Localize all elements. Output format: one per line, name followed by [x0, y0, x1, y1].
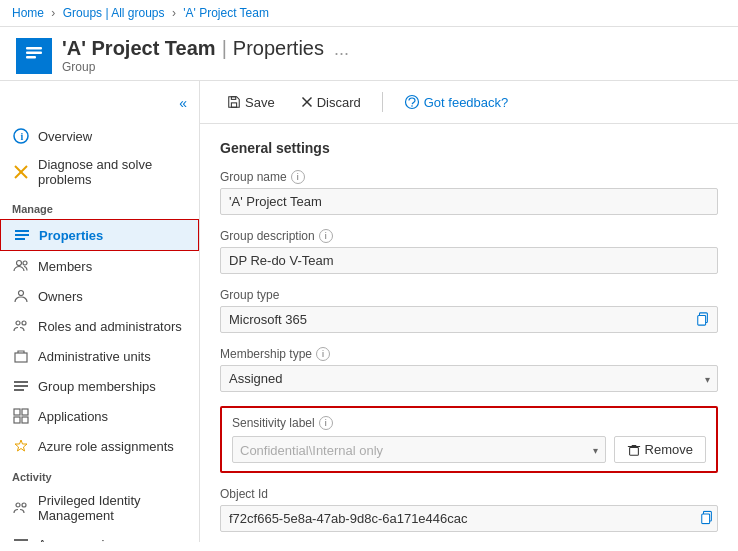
object-id-copy-button[interactable]: [700, 510, 714, 527]
members-icon: [12, 257, 30, 275]
membership-type-select[interactable]: Assigned: [220, 365, 718, 392]
field-group-object-id: Object Id: [220, 487, 718, 532]
object-id-input: [220, 505, 718, 532]
svg-rect-37: [231, 103, 236, 107]
remove-sensitivity-button[interactable]: Remove: [614, 436, 706, 463]
sidebar-item-properties[interactable]: Properties: [0, 219, 199, 251]
breadcrumb: Home › Groups | All groups › 'A' Project…: [0, 0, 738, 27]
save-label: Save: [245, 95, 275, 110]
properties-icon: [13, 226, 31, 244]
field-label-description: Group description i: [220, 229, 718, 243]
main-layout: « i Overview Diagnose and solve problems…: [0, 81, 738, 542]
svg-point-10: [17, 261, 22, 266]
sidebar-item-owners[interactable]: Owners: [0, 281, 199, 311]
sensitivity-select[interactable]: [232, 436, 606, 463]
svg-point-11: [23, 261, 27, 265]
title-separator: |: [222, 37, 227, 60]
svg-rect-38: [231, 97, 235, 100]
sidebar-item-members[interactable]: Members: [0, 251, 199, 281]
group-name-info-icon[interactable]: i: [291, 170, 305, 184]
sidebar-item-roles[interactable]: Roles and administrators: [0, 311, 199, 341]
sensitivity-info-icon[interactable]: i: [319, 416, 333, 430]
toolbar-divider: [382, 92, 383, 112]
field-group-description: Group description i: [220, 229, 718, 274]
field-label-type: Group type: [220, 288, 718, 302]
sidebar-item-access-reviews[interactable]: Access reviews: [0, 529, 199, 542]
svg-rect-0: [26, 47, 42, 50]
main-content: Save Discard Got feedback? General setti…: [200, 81, 738, 542]
sidebar-item-azure-roles-label: Azure role assignments: [38, 439, 174, 454]
svg-point-14: [22, 321, 26, 325]
sidebar-item-azure-roles[interactable]: Azure role assignments: [0, 431, 199, 461]
svg-rect-2: [26, 56, 36, 59]
sidebar-item-admin-units[interactable]: Administrative units: [0, 341, 199, 371]
sidebar-collapse[interactable]: «: [0, 89, 199, 121]
discard-button[interactable]: Discard: [290, 90, 372, 115]
copy-icon: [700, 510, 714, 524]
sidebar-item-applications[interactable]: Applications: [0, 401, 199, 431]
page-subtitle: Properties: [233, 37, 324, 60]
sidebar-item-admin-units-label: Administrative units: [38, 349, 151, 364]
svg-point-12: [19, 291, 24, 296]
feedback-label: Got feedback?: [424, 95, 509, 110]
svg-point-25: [22, 503, 26, 507]
sidebar-item-roles-label: Roles and administrators: [38, 319, 182, 334]
sidebar-item-diagnose-label: Diagnose and solve problems: [38, 157, 187, 187]
group-type-select[interactable]: Microsoft 365: [220, 306, 718, 333]
header-title-block: 'A' Project Team | Properties ... Group: [62, 37, 349, 74]
breadcrumb-current[interactable]: 'A' Project Team: [183, 6, 269, 20]
feedback-button[interactable]: Got feedback?: [393, 89, 520, 115]
object-id-wrap: [220, 505, 718, 532]
page-title: 'A' Project Team: [62, 37, 216, 60]
field-group-name: Group name i: [220, 170, 718, 215]
sidebar-item-overview-label: Overview: [38, 129, 92, 144]
svg-point-42: [411, 105, 413, 107]
membership-type-select-wrap: Assigned ▾: [220, 365, 718, 392]
membership-info-icon[interactable]: i: [316, 347, 330, 361]
group-icon: [24, 43, 44, 68]
discard-label: Discard: [317, 95, 361, 110]
field-label-membership: Membership type i: [220, 347, 718, 361]
header-ellipsis[interactable]: ...: [334, 39, 349, 60]
header-icon: [16, 38, 52, 74]
field-label-object-id: Object Id: [220, 487, 718, 501]
azure-roles-icon: [12, 437, 30, 455]
remove-label: Remove: [645, 442, 693, 457]
field-label-name: Group name i: [220, 170, 718, 184]
feedback-icon: [404, 94, 420, 110]
access-reviews-icon: [12, 535, 30, 542]
sensitivity-select-wrap: Confidential\Internal only ▾: [232, 436, 606, 463]
svg-rect-16: [14, 381, 28, 383]
svg-rect-9: [15, 238, 25, 240]
sidebar-item-properties-label: Properties: [39, 228, 103, 243]
field-group-membership: Membership type i Assigned ▾: [220, 347, 718, 392]
sensitivity-label-box: Sensitivity label i Confidential\Interna…: [220, 406, 718, 473]
svg-rect-45: [629, 447, 638, 455]
group-desc-info-icon[interactable]: i: [319, 229, 333, 243]
save-button[interactable]: Save: [216, 90, 286, 115]
collapse-btn[interactable]: «: [175, 93, 191, 113]
svg-rect-21: [14, 417, 20, 423]
sidebar-section-activity: Activity: [0, 461, 199, 487]
group-name-input[interactable]: [220, 188, 718, 215]
sidebar: « i Overview Diagnose and solve problems…: [0, 81, 200, 542]
sidebar-item-overview[interactable]: i Overview: [0, 121, 199, 151]
svg-rect-8: [15, 234, 29, 236]
diagnose-icon: [12, 163, 30, 181]
sidebar-section-manage: Manage: [0, 193, 199, 219]
admin-units-icon: [12, 347, 30, 365]
breadcrumb-home[interactable]: Home: [12, 6, 44, 20]
field-label-sensitivity: Sensitivity label i: [232, 416, 706, 430]
svg-rect-15: [15, 353, 27, 362]
sidebar-item-diagnose[interactable]: Diagnose and solve problems: [0, 151, 199, 193]
toolbar: Save Discard Got feedback?: [200, 81, 738, 124]
group-description-input[interactable]: [220, 247, 718, 274]
sensitivity-label-row: Confidential\Internal only ▾ Remove: [232, 436, 706, 463]
svg-rect-26: [14, 539, 28, 541]
breadcrumb-groups[interactable]: Groups | All groups: [63, 6, 165, 20]
sidebar-item-pim[interactable]: Privileged Identity Management: [0, 487, 199, 529]
save-icon: [227, 95, 241, 109]
sidebar-item-members-label: Members: [38, 259, 92, 274]
sidebar-item-group-memberships[interactable]: Group memberships: [0, 371, 199, 401]
header-tag: Group: [62, 60, 349, 74]
